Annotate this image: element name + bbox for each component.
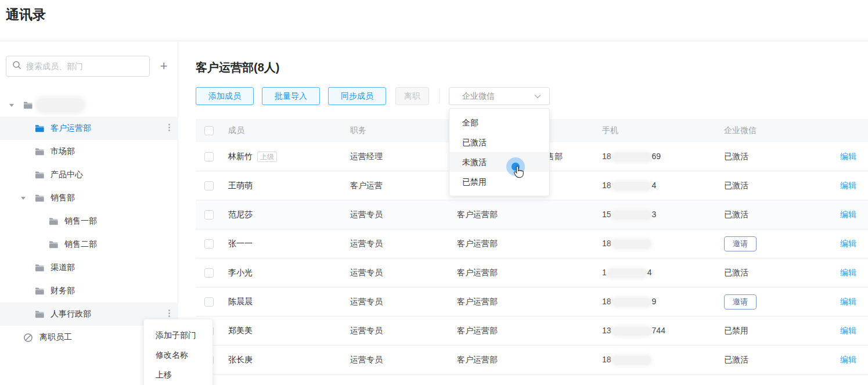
member-name: 林新竹 <box>228 152 253 162</box>
row-checkbox[interactable] <box>204 181 214 190</box>
select-all-checkbox[interactable] <box>204 126 214 135</box>
filter-select-value: 企业微信 <box>462 91 495 100</box>
batch-import-button[interactable]: 批量导入 <box>262 87 320 105</box>
cell-actions: 编辑 <box>833 181 868 191</box>
edit-link[interactable]: 编辑 <box>840 355 868 365</box>
context-menu-item-修改名称[interactable]: 修改名称 <box>144 345 213 365</box>
folder-icon <box>35 310 44 318</box>
cell-title: 运营专员 <box>343 297 450 307</box>
table-row: 张一一运营专员客户运营部18邀请编辑 <box>196 229 868 258</box>
sidebar-item-市场部[interactable]: 市场部 <box>0 140 178 163</box>
cell-phone: 18 <box>595 239 717 249</box>
department-tree: 客户运营部市场部产品中心销售部销售一部销售二部渠道部财务部人事行政部离职员工 <box>0 93 178 349</box>
sidebar-item-渠道部[interactable]: 渠道部 <box>0 256 178 279</box>
sidebar-item-label: 财务部 <box>51 286 75 296</box>
phone-censor-blob <box>613 327 651 336</box>
cell-actions: 编辑 <box>833 326 868 336</box>
edit-link[interactable]: 编辑 <box>840 181 868 191</box>
edit-link[interactable]: 编辑 <box>840 152 868 162</box>
kebab-menu-icon[interactable] <box>168 124 170 131</box>
search-input[interactable] <box>26 62 142 71</box>
filter-option-未激活[interactable]: 未激活 <box>449 152 549 172</box>
edit-link[interactable]: 编辑 <box>840 297 868 307</box>
kebab-menu-icon[interactable] <box>168 310 170 317</box>
sidebar-item-label: 市场部 <box>51 146 75 157</box>
row-checkbox[interactable] <box>204 152 214 161</box>
sidebar-item-销售一部[interactable]: 销售一部 <box>0 210 178 233</box>
sidebar-item-label: 产品中心 <box>51 170 83 180</box>
sidebar-item-销售部[interactable]: 销售部 <box>0 186 178 210</box>
search-box[interactable] <box>6 56 150 77</box>
row-checkbox[interactable] <box>204 239 214 249</box>
row-checkbox[interactable] <box>204 297 214 307</box>
table-row: 李小光运营专员客户运营部14已激活编辑 <box>196 258 868 287</box>
filter-option-全部[interactable]: 全部 <box>449 113 549 132</box>
table-row: 范尼莎运营专员客户运营部153已激活编辑 <box>196 200 868 229</box>
cell-member: 范尼莎 <box>221 210 343 220</box>
cell-actions: 编辑 <box>833 210 868 220</box>
cell-phone: 184 <box>595 181 717 190</box>
filter-option-已激活[interactable]: 已激活 <box>449 132 549 152</box>
row-checkbox[interactable] <box>204 210 214 220</box>
search-row: + <box>6 56 174 77</box>
folder-icon <box>35 124 44 132</box>
context-menu-item-添加子部门[interactable]: 添加子部门 <box>144 325 213 345</box>
department-context-menu: 添加子部门修改名称上移 <box>143 319 213 385</box>
phone-censor-blob <box>613 356 651 365</box>
blocked-icon <box>23 333 33 343</box>
header-phone: 手机 <box>595 125 717 136</box>
edit-link[interactable]: 编辑 <box>840 268 868 278</box>
sidebar-item-label: 销售二部 <box>64 239 97 250</box>
sidebar-item-销售二部[interactable]: 销售二部 <box>0 233 178 256</box>
cell-title: 运营专员 <box>343 210 450 220</box>
cell-actions: 编辑 <box>833 297 868 307</box>
cell-wechat-status: 邀请 <box>717 294 833 310</box>
cell-checkbox <box>196 181 221 190</box>
header-title: 职务 <box>343 125 450 136</box>
phone-censor-blob <box>613 240 651 249</box>
sidebar-item-产品中心[interactable]: 产品中心 <box>0 163 178 186</box>
edit-link[interactable]: 编辑 <box>840 239 868 249</box>
context-menu-item-上移[interactable]: 上移 <box>144 365 213 384</box>
table-row: 张长庚运营专员客户运营部18已激活编辑 <box>196 346 868 375</box>
sidebar-item-label: 渠道部 <box>51 262 75 273</box>
wechat-status-filter-select[interactable]: 企业微信 <box>449 87 550 105</box>
phone-censor-blob <box>613 211 651 220</box>
caret-down-icon[interactable] <box>9 104 14 107</box>
sidebar-item-客户运营部[interactable]: 客户运营部 <box>0 117 178 140</box>
status-text: 已激活 <box>724 210 748 219</box>
folder-icon <box>49 217 58 225</box>
member-name: 范尼莎 <box>228 210 253 220</box>
edit-link[interactable]: 编辑 <box>840 326 868 336</box>
cell-member: 林新竹上级 <box>221 152 343 162</box>
cell-phone: 18 <box>595 355 717 365</box>
sidebar-item-label: 人事行政部 <box>51 309 91 319</box>
cell-member: 王萌萌 <box>221 181 343 191</box>
folder-icon <box>23 101 33 109</box>
sidebar-item-label: 客户运营部 <box>51 123 91 134</box>
invite-button[interactable]: 邀请 <box>724 236 757 251</box>
cell-department: 客户运营部 <box>450 326 595 336</box>
toolbar-divider <box>439 89 440 103</box>
sidebar-item-财务部[interactable]: 财务部 <box>0 279 178 303</box>
cell-wechat-status: 邀请 <box>717 236 833 251</box>
invite-button[interactable]: 邀请 <box>724 294 757 310</box>
edit-link[interactable]: 编辑 <box>840 210 868 220</box>
row-checkbox[interactable] <box>204 268 214 278</box>
add-member-button[interactable]: 添加成员 <box>196 87 254 105</box>
cell-wechat-status: 已激活 <box>717 152 833 162</box>
cell-wechat-status: 已激活 <box>717 210 833 220</box>
phone-censor-blob <box>608 269 646 278</box>
resign-button: 离职 <box>395 87 429 105</box>
add-department-button[interactable]: + <box>153 56 174 77</box>
member-name: 王萌萌 <box>228 181 253 191</box>
cell-phone: 1869 <box>595 152 717 161</box>
sidebar-item-root[interactable] <box>0 93 178 117</box>
caret-down-icon[interactable] <box>21 197 26 200</box>
cell-wechat-status: 已禁用 <box>717 326 833 336</box>
status-text: 已激活 <box>724 181 748 190</box>
sync-members-button[interactable]: 同步成员 <box>328 87 386 105</box>
cell-actions: 编辑 <box>833 268 868 278</box>
folder-icon <box>49 240 58 249</box>
filter-option-已禁用[interactable]: 已禁用 <box>449 172 549 192</box>
